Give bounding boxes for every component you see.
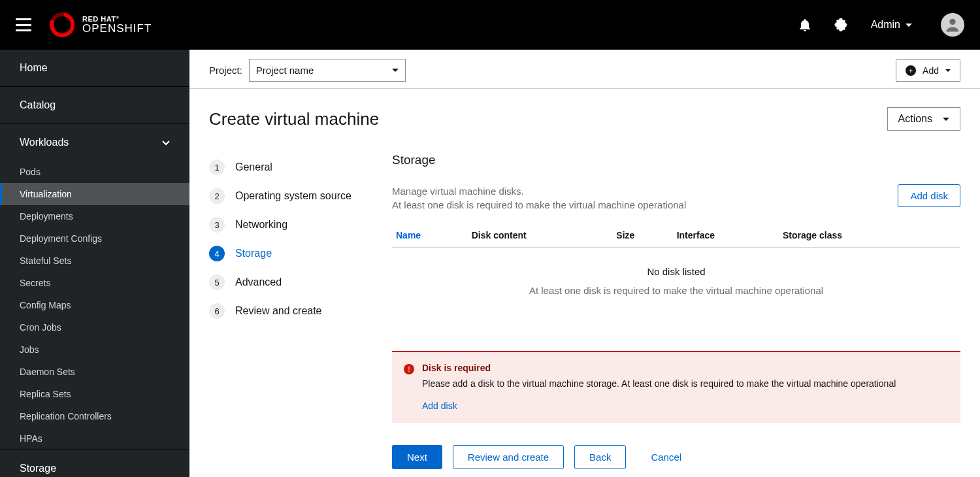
sidebar-item-replication-controllers[interactable]: Replication Controllers (0, 405, 189, 427)
top-bar: RED HAT® OPENSHIFT Admin (0, 0, 980, 50)
sidebar-item-storage[interactable]: Storage (0, 450, 189, 477)
back-button[interactable]: Back (574, 445, 626, 469)
exclamation-circle-icon: ! (404, 364, 414, 374)
chevron-down-icon (943, 118, 949, 121)
col-disk-content[interactable]: Disk content (468, 225, 613, 248)
alert-message: Please add a disk to the virtual machine… (422, 378, 896, 389)
wizard-step-storage[interactable]: 4Storage (209, 239, 359, 268)
cancel-button[interactable]: Cancel (636, 446, 696, 469)
wizard-step-advanced[interactable]: 5Advanced (209, 268, 359, 297)
sidebar-item-secrets[interactable]: Secrets (0, 272, 189, 294)
sidebar-item-catalog[interactable]: Catalog (0, 87, 189, 123)
brand-logo[interactable]: RED HAT® OPENSHIFT (50, 12, 152, 37)
hamburger-menu-icon[interactable] (16, 18, 31, 31)
sidebar-item-deployment-configs[interactable]: Deployment Configs (0, 227, 189, 250)
project-label: Project: (209, 65, 242, 76)
bell-icon[interactable] (799, 18, 811, 31)
main-content: Project: Project name + Add Create virtu… (189, 50, 980, 477)
review-and-create-button[interactable]: Review and create (453, 445, 564, 469)
col-size[interactable]: Size (612, 225, 672, 248)
add-disk-button[interactable]: Add disk (898, 184, 960, 207)
sidebar-item-virtualization[interactable]: Virtualization (0, 183, 189, 205)
redhat-logo-icon (50, 12, 74, 37)
wizard-footer: Next Review and create Back Cancel (392, 445, 960, 477)
svg-point-0 (949, 19, 955, 25)
add-button[interactable]: + Add (896, 59, 960, 82)
brand-line2: OPENSHIFT (82, 23, 152, 34)
col-interface[interactable]: Interface (673, 225, 779, 248)
wizard-steps: 1General 2Operating system source 3Netwo… (209, 153, 359, 477)
col-storage-class[interactable]: Storage class (779, 225, 934, 248)
sidebar-item-home[interactable]: Home (0, 50, 189, 86)
sidebar-item-jobs[interactable]: Jobs (0, 338, 189, 361)
sidebar-item-workloads[interactable]: Workloads (0, 124, 189, 161)
sidebar-item-pods[interactable]: Pods (0, 161, 189, 183)
wizard-step-networking[interactable]: 3Networking (209, 210, 359, 239)
sidebar-item-hpas[interactable]: HPAs (0, 427, 189, 450)
disks-table: Name Disk content Size Interface Storage… (392, 225, 960, 314)
sidebar-item-replica-sets[interactable]: Replica Sets (0, 383, 189, 405)
chevron-down-icon (945, 69, 951, 72)
sidebar: Home Catalog Workloads Pods Virtualizati… (0, 50, 189, 477)
user-menu[interactable]: Admin (871, 19, 912, 31)
avatar[interactable] (941, 13, 964, 37)
project-bar: Project: Project name + Add (189, 50, 980, 89)
gear-icon[interactable] (834, 18, 847, 31)
wizard-step-general[interactable]: 1General (209, 153, 359, 182)
plus-circle-icon: + (906, 65, 916, 76)
sidebar-item-deployments[interactable]: Deployments (0, 205, 189, 227)
section-heading: Storage (392, 153, 960, 167)
page-title: Create virtual machine (209, 109, 379, 129)
wizard-step-review[interactable]: 6Review and create (209, 297, 359, 325)
next-button[interactable]: Next (392, 445, 442, 469)
wizard-step-os-source[interactable]: 2Operating system source (209, 182, 359, 210)
sidebar-item-stateful-sets[interactable]: Stateful Sets (0, 250, 189, 272)
user-label: Admin (871, 19, 900, 31)
actions-button[interactable]: Actions (887, 107, 960, 131)
section-description: Manage virtual machine disks. At least o… (392, 184, 686, 212)
sidebar-item-cron-jobs[interactable]: Cron Jobs (0, 316, 189, 338)
alert-title: Disk is required (422, 363, 896, 373)
chevron-down-icon (906, 24, 912, 27)
chevron-down-icon (392, 69, 399, 72)
alert-add-disk-link[interactable]: Add disk (422, 401, 896, 411)
chevron-down-icon (162, 137, 170, 148)
empty-state: No disk listed At least one disk is requ… (392, 248, 960, 314)
project-select[interactable]: Project name (249, 59, 406, 82)
sidebar-item-config-maps[interactable]: Config Maps (0, 294, 189, 316)
sidebar-item-daemon-sets[interactable]: Daemon Sets (0, 361, 189, 383)
col-name[interactable]: Name (392, 225, 468, 248)
alert-disk-required: ! Disk is required Please add a disk to … (392, 351, 960, 423)
